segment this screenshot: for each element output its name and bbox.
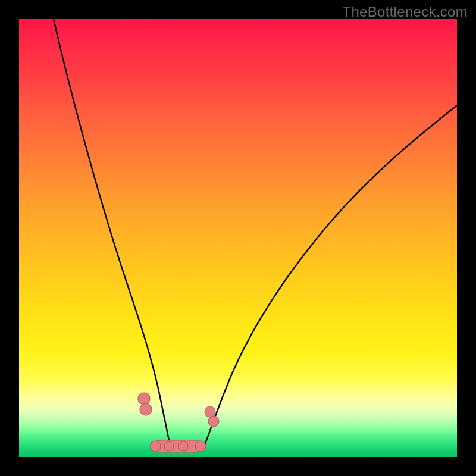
left-curve (54, 19, 171, 449)
curve-svg (19, 19, 457, 457)
bottom-bar-end-right (195, 441, 206, 452)
watermark-text: TheBottleneck.com (342, 4, 468, 20)
right-curve (203, 105, 457, 449)
left-marker-2 (140, 403, 152, 415)
bottom-bar-end-left (150, 441, 161, 452)
left-marker-1 (138, 393, 150, 405)
right-marker-2 (208, 416, 219, 427)
plot-area (19, 19, 457, 457)
chart-frame: TheBottleneck.com (0, 0, 476, 476)
right-marker-1 (205, 406, 215, 417)
bottom-bar-mid-1 (164, 441, 174, 451)
bottom-bar-mid-2 (178, 441, 188, 451)
